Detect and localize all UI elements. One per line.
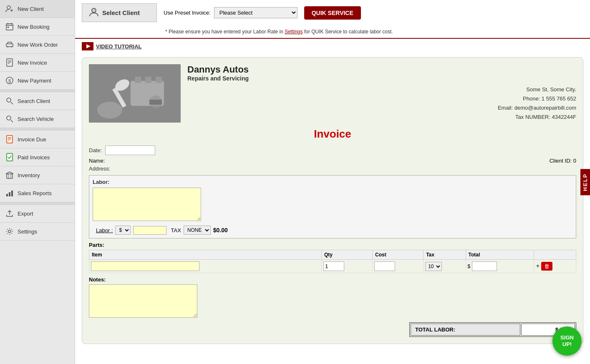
total-table: TOTAL LABOR: $ 0.00: [409, 322, 576, 337]
sidebar-item-search-vehicle[interactable]: Search Vehicle: [0, 110, 75, 128]
part-qty-input[interactable]: [323, 261, 344, 271]
preset-label: Use Preset Invoice:: [164, 10, 211, 16]
sidebar-item-search-client[interactable]: Search Client: [0, 92, 75, 110]
video-icon: [82, 42, 93, 50]
sidebar-item-new-payment[interactable]: $ New Payment: [0, 72, 75, 90]
col-item: Item: [89, 250, 322, 260]
svg-rect-25: [7, 153, 13, 161]
paid-icon: [5, 153, 14, 162]
video-tutorial-link[interactable]: VIDEO TUTORIAL: [96, 43, 142, 50]
select-client-button[interactable]: Select Client: [82, 3, 157, 22]
svg-rect-40: [145, 77, 151, 83]
company-name: Dannys Autos: [187, 64, 576, 75]
sidebar-item-label: Search Client: [18, 98, 50, 104]
svg-rect-39: [135, 77, 141, 83]
sidebar-item-label: Paid Invoices: [18, 154, 50, 161]
date-row: Date:: [89, 146, 576, 155]
dollar-sign: $: [468, 264, 471, 269]
col-qty: Qty: [321, 250, 372, 260]
part-item-input[interactable]: [91, 261, 199, 271]
delete-part-button[interactable]: 🗑: [541, 262, 552, 271]
preset-select[interactable]: Please Select: [214, 7, 298, 18]
export-icon: [5, 209, 14, 218]
svg-point-33: [92, 8, 96, 13]
invoice-title: Invoice: [89, 128, 576, 141]
part-item-cell: [89, 260, 322, 273]
invoice-due-icon: [5, 135, 14, 144]
car-icon: [5, 40, 14, 49]
svg-rect-11: [7, 59, 13, 66]
sidebar-item-paid-invoices[interactable]: Paid Invoices: [0, 148, 75, 166]
sidebar-item-label: Inventory: [18, 172, 40, 178]
svg-rect-43: [149, 100, 162, 105]
add-part-button[interactable]: +: [536, 262, 540, 270]
search-vehicle-icon: [5, 114, 14, 123]
company-details: Some St, Some City. Phone: 1 555 765 652…: [187, 85, 576, 122]
topbar: Select Client Use Preset Invoice: Please…: [75, 0, 590, 39]
sidebar-item-sales-reports[interactable]: Sales Reports: [0, 184, 75, 202]
address-row: Address:: [89, 166, 576, 172]
sidebar-item-new-work-order[interactable]: New Work Order: [0, 36, 75, 54]
svg-point-10: [11, 46, 13, 48]
date-input[interactable]: [105, 146, 155, 155]
svg-text:$: $: [8, 78, 11, 83]
part-actions-cell: + 🗑: [534, 260, 576, 273]
svg-point-9: [7, 46, 8, 48]
labor-textarea[interactable]: [93, 188, 201, 221]
part-total-input[interactable]: [472, 261, 497, 271]
notes-title: Notes:: [89, 276, 576, 283]
box-icon: [5, 171, 14, 180]
invoice-icon: [5, 58, 14, 67]
sidebar-item-inventory[interactable]: Inventory: [0, 166, 75, 184]
company-tagline: Repairs and Servicing: [187, 75, 576, 82]
sidebar-item-new-booking[interactable]: New Booking: [0, 18, 75, 36]
tax-label: TAX: [171, 227, 181, 233]
parts-header-row: Item Qty Cost Tax Total: [89, 250, 576, 260]
sidebar-item-settings[interactable]: Settings: [0, 223, 75, 241]
parts-section: Parts: Item Qty Cost Tax Total: [89, 242, 576, 273]
sidebar-item-label: Search Vehicle: [18, 116, 54, 122]
help-button[interactable]: HELP: [580, 169, 590, 195]
col-total: Total: [466, 250, 534, 260]
labor-total: $0.00: [213, 227, 228, 233]
quik-service-button[interactable]: QUIK SERVICE: [304, 6, 361, 20]
part-total-cell: $: [466, 260, 534, 273]
svg-rect-41: [156, 77, 162, 83]
part-tax-cell: 10 0 15 20: [424, 260, 466, 273]
preset-section: Use Preset Invoice: Please Select: [164, 7, 298, 18]
chart-icon: [5, 188, 14, 198]
calendar-icon: [5, 22, 14, 31]
col-cost: Cost: [373, 250, 424, 260]
settings-link[interactable]: Settings: [285, 29, 303, 35]
sidebar-item-export[interactable]: Export: [0, 205, 75, 223]
sidebar-item-new-client[interactable]: New Client: [0, 0, 75, 18]
sidebar-item-invoice-due[interactable]: Invoice Due: [0, 131, 75, 148]
sidebar-item-label: Sales Reports: [18, 190, 52, 196]
notes-textarea[interactable]: [89, 284, 197, 318]
company-email: Email: demo@autorepairbill.com: [187, 103, 576, 113]
labor-tax-select[interactable]: NONE 10% 15% 20%: [184, 226, 211, 235]
svg-point-17: [7, 98, 11, 102]
sidebar-item-label: New Payment: [18, 78, 51, 84]
svg-line-18: [11, 102, 13, 104]
address-label: Address:: [89, 166, 110, 172]
sidebar-item-new-invoice[interactable]: New Invoice: [0, 54, 75, 72]
settings-icon: [5, 227, 14, 236]
svg-marker-34: [86, 44, 91, 48]
svg-point-0: [7, 6, 10, 9]
signup-button[interactable]: SIGNUP!: [552, 326, 582, 356]
main-content: Select Client Use Preset Invoice: Please…: [75, 0, 590, 364]
col-tax: Tax: [424, 250, 466, 260]
person-add-icon: [5, 4, 14, 13]
svg-rect-26: [7, 174, 13, 178]
parts-table: Item Qty Cost Tax Total: [89, 250, 576, 273]
svg-rect-29: [6, 194, 8, 196]
total-labor-row: TOTAL LABOR: $ 0.00: [411, 324, 575, 336]
part-cost-input[interactable]: [374, 261, 395, 271]
labor-currency-select[interactable]: $ € £: [115, 226, 131, 235]
name-client-row: Name: Client ID: 0: [89, 158, 576, 164]
part-tax-select[interactable]: 10 0 15 20: [425, 262, 442, 271]
svg-point-19: [7, 116, 11, 120]
table-row: 10 0 15 20 $ + 🗑: [89, 260, 576, 273]
labor-amount-input[interactable]: [133, 226, 166, 235]
